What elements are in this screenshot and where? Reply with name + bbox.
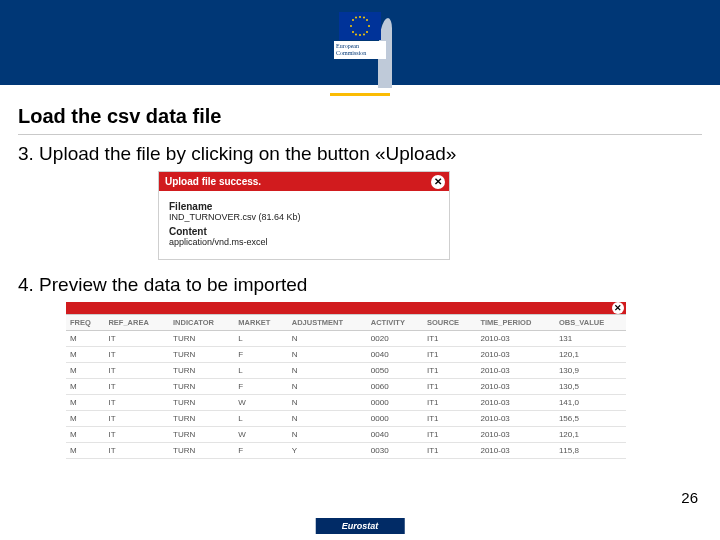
table-cell: 2010-03 [476, 427, 554, 443]
table-cell: N [288, 363, 367, 379]
table-row: MITTURNFN0040IT12010-03120,1 [66, 347, 626, 363]
table-cell: TURN [169, 427, 234, 443]
svg-point-6 [366, 19, 368, 21]
filename-label: Filename [169, 201, 439, 212]
table-row: MITTURNWN0040IT12010-03120,1 [66, 427, 626, 443]
logo-underline [330, 93, 390, 96]
table-cell: IT1 [423, 411, 476, 427]
table-cell: 0000 [367, 395, 423, 411]
table-cell: 156,5 [555, 411, 626, 427]
table-cell: 0050 [367, 363, 423, 379]
svg-point-4 [368, 25, 370, 27]
close-icon[interactable]: ✕ [431, 175, 445, 189]
table-cell: F [234, 443, 287, 459]
table-cell: M [66, 443, 104, 459]
table-cell: TURN [169, 347, 234, 363]
table-cell: 115,8 [555, 443, 626, 459]
column-header: MARKET [234, 315, 287, 331]
column-header: ACTIVITY [367, 315, 423, 331]
table-row: MITTURNLN0020IT12010-03131 [66, 331, 626, 347]
table-cell: IT1 [423, 443, 476, 459]
table-cell: IT1 [423, 379, 476, 395]
table-cell: Y [288, 443, 367, 459]
table-cell: IT1 [423, 331, 476, 347]
table-cell: N [288, 331, 367, 347]
preview-table-header-bar: ✕ [66, 302, 626, 314]
svg-point-3 [350, 25, 352, 27]
preview-table: FREQREF_AREAINDICATORMARKETADJUSTMENTACT… [66, 314, 626, 459]
table-cell: N [288, 427, 367, 443]
table-cell: IT1 [423, 363, 476, 379]
table-cell: M [66, 347, 104, 363]
table-cell: 131 [555, 331, 626, 347]
column-header: TIME_PERIOD [476, 315, 554, 331]
table-cell: IT [104, 331, 169, 347]
table-row: MITTURNLN0000IT12010-03156,5 [66, 411, 626, 427]
table-cell: N [288, 347, 367, 363]
table-row: MITTURNWN0000IT12010-03141,0 [66, 395, 626, 411]
table-cell: 141,0 [555, 395, 626, 411]
table-cell: L [234, 363, 287, 379]
table-cell: TURN [169, 395, 234, 411]
table-cell: IT [104, 347, 169, 363]
svg-point-10 [363, 17, 365, 19]
table-cell: 2010-03 [476, 379, 554, 395]
column-header: INDICATOR [169, 315, 234, 331]
table-cell: 2010-03 [476, 331, 554, 347]
svg-point-7 [352, 31, 354, 33]
table-cell: 2010-03 [476, 411, 554, 427]
table-cell: 0030 [367, 443, 423, 459]
step-3-text: 3. Upload the file by clicking on the bu… [18, 143, 702, 165]
table-cell: TURN [169, 411, 234, 427]
table-cell: IT [104, 395, 169, 411]
table-cell: 0040 [367, 427, 423, 443]
table-cell: 120,1 [555, 347, 626, 363]
table-cell: IT [104, 379, 169, 395]
table-cell: 130,9 [555, 363, 626, 379]
ec-logo: EuropeanCommission [330, 12, 390, 59]
filename-value: IND_TURNOVER.csv (81.64 Kb) [169, 212, 439, 222]
table-cell: M [66, 395, 104, 411]
eu-flag-icon [339, 12, 381, 40]
svg-point-2 [359, 34, 361, 36]
column-header: ADJUSTMENT [288, 315, 367, 331]
table-cell: IT1 [423, 427, 476, 443]
svg-point-8 [366, 31, 368, 33]
table-cell: M [66, 411, 104, 427]
table-cell: M [66, 379, 104, 395]
table-cell: IT1 [423, 395, 476, 411]
upload-success-panel: Upload file success. ✕ Filename IND_TURN… [158, 171, 450, 260]
preview-table-panel: ✕ FREQREF_AREAINDICATORMARKETADJUSTMENTA… [66, 302, 626, 459]
divider [18, 134, 702, 135]
table-cell: TURN [169, 331, 234, 347]
table-cell: 2010-03 [476, 347, 554, 363]
close-icon[interactable]: ✕ [612, 302, 624, 314]
table-cell: M [66, 331, 104, 347]
table-cell: F [234, 379, 287, 395]
table-cell: M [66, 363, 104, 379]
table-cell: 0000 [367, 411, 423, 427]
table-cell: 130,5 [555, 379, 626, 395]
table-cell: N [288, 411, 367, 427]
page-title: Load the csv data file [18, 105, 702, 128]
step-4-text: 4. Preview the data to be imported [18, 274, 702, 296]
footer-eurostat: Eurostat [316, 518, 405, 534]
table-cell: N [288, 379, 367, 395]
table-row: MITTURNLN0050IT12010-03130,9 [66, 363, 626, 379]
upload-success-header: Upload file success. ✕ [159, 172, 449, 191]
table-cell: TURN [169, 379, 234, 395]
table-cell: 120,1 [555, 427, 626, 443]
table-cell: IT1 [423, 347, 476, 363]
svg-point-1 [359, 16, 361, 18]
table-cell: 2010-03 [476, 395, 554, 411]
svg-point-11 [355, 34, 357, 36]
table-cell: 0060 [367, 379, 423, 395]
table-cell: W [234, 395, 287, 411]
content-label: Content [169, 226, 439, 237]
table-cell: M [66, 427, 104, 443]
column-header: FREQ [66, 315, 104, 331]
upload-success-title: Upload file success. [165, 176, 261, 187]
table-cell: IT [104, 443, 169, 459]
table-cell: IT [104, 427, 169, 443]
column-header: OBS_VALUE [555, 315, 626, 331]
